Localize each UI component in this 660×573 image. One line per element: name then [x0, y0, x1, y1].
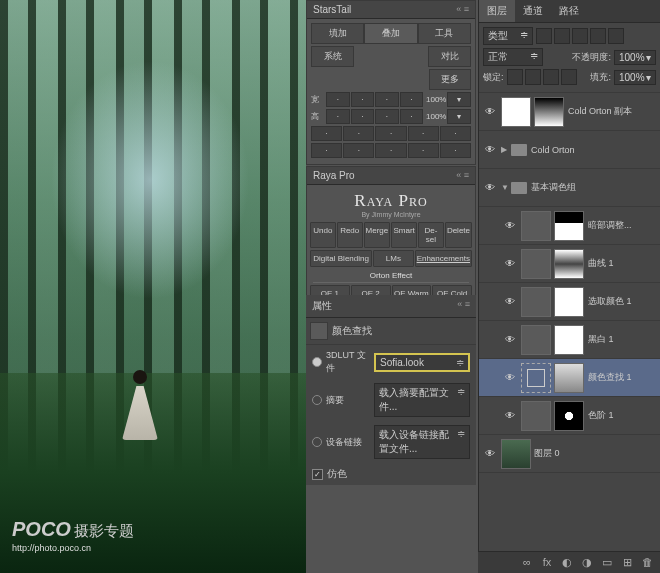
- lock-icon[interactable]: [561, 69, 577, 85]
- tab-paths[interactable]: 路径: [551, 0, 587, 22]
- lut-dropdown[interactable]: Sofia.look≑: [374, 353, 470, 372]
- visibility-icon[interactable]: 👁: [503, 257, 517, 271]
- layer-row[interactable]: 👁黑白 1: [479, 321, 660, 359]
- st-w-dd[interactable]: ▾: [447, 92, 471, 107]
- layer-row[interactable]: 👁选取颜色 1: [479, 283, 660, 321]
- devlink-dropdown[interactable]: 载入设备链接配置文件...≑: [374, 425, 470, 459]
- tab-layers[interactable]: 图层: [479, 0, 515, 22]
- panel-menu-icon[interactable]: « ≡: [456, 4, 469, 15]
- layer-row[interactable]: 👁曲线 1: [479, 245, 660, 283]
- layer-mask[interactable]: [554, 287, 584, 317]
- visibility-icon[interactable]: 👁: [483, 143, 497, 157]
- st-w3[interactable]: ·: [375, 92, 399, 107]
- st-more[interactable]: 更多: [429, 69, 471, 90]
- layer-thumb[interactable]: [521, 249, 551, 279]
- layer-mask[interactable]: [554, 211, 584, 241]
- layer-mask[interactable]: [554, 249, 584, 279]
- st-tab-add[interactable]: 填加: [311, 23, 364, 44]
- panel-menu-icon[interactable]: « ≡: [457, 299, 470, 313]
- visibility-icon[interactable]: 👁: [503, 333, 517, 347]
- lock-icon[interactable]: [543, 69, 559, 85]
- layer-row[interactable]: 👁Cold Orton 副本: [479, 93, 660, 131]
- st-w4[interactable]: ·: [400, 92, 424, 107]
- st-r4-5[interactable]: ·: [440, 143, 471, 158]
- mask-icon[interactable]: ◐: [560, 556, 574, 570]
- visibility-icon[interactable]: 👁: [503, 295, 517, 309]
- layer-row[interactable]: 👁色阶 1: [479, 397, 660, 435]
- st-r4-4[interactable]: ·: [408, 143, 439, 158]
- layer-thumb[interactable]: [521, 325, 551, 355]
- visibility-icon[interactable]: 👁: [483, 105, 497, 119]
- st-r3-1[interactable]: ·: [311, 126, 342, 141]
- group-icon[interactable]: ▭: [600, 556, 614, 570]
- radio-devicelink[interactable]: [312, 437, 322, 447]
- st-tab-compare[interactable]: 对比: [428, 46, 471, 67]
- st-tab-overlay[interactable]: 叠加: [364, 23, 417, 44]
- layer-thumb[interactable]: [521, 401, 551, 431]
- tab-channels[interactable]: 通道: [515, 0, 551, 22]
- st-h3[interactable]: ·: [375, 109, 399, 124]
- filter-icon[interactable]: [554, 28, 570, 44]
- lms-button[interactable]: LMs: [373, 250, 413, 267]
- st-r4-1[interactable]: ·: [311, 143, 342, 158]
- lock-icon[interactable]: [525, 69, 541, 85]
- layer-thumb[interactable]: [521, 363, 551, 393]
- new-layer-icon[interactable]: ⊞: [620, 556, 634, 570]
- layer-row[interactable]: 👁▼基本调色组: [479, 169, 660, 207]
- opacity-field[interactable]: 100%▾: [614, 50, 656, 65]
- undo-button[interactable]: Undo: [310, 222, 336, 248]
- st-r3-4[interactable]: ·: [408, 126, 439, 141]
- layer-thumb[interactable]: [501, 97, 531, 127]
- st-h2[interactable]: ·: [351, 109, 375, 124]
- filter-icon[interactable]: [536, 28, 552, 44]
- filter-kind[interactable]: 类型≑: [483, 27, 533, 45]
- st-r3-3[interactable]: ·: [375, 126, 406, 141]
- visibility-icon[interactable]: 👁: [483, 447, 497, 461]
- trash-icon[interactable]: 🗑: [640, 556, 654, 570]
- dither-checkbox[interactable]: ✓: [312, 469, 323, 480]
- visibility-icon[interactable]: 👁: [503, 219, 517, 233]
- st-h-dd[interactable]: ▾: [447, 109, 471, 124]
- layer-mask[interactable]: [554, 363, 584, 393]
- blend-mode[interactable]: 正常≑: [483, 48, 543, 66]
- disclosure-icon[interactable]: ▶: [501, 145, 511, 154]
- st-tab-sys[interactable]: 系统: [311, 46, 354, 67]
- filter-icon[interactable]: [590, 28, 606, 44]
- layer-thumb[interactable]: [521, 287, 551, 317]
- st-r4-3[interactable]: ·: [375, 143, 406, 158]
- digital-blending-button[interactable]: Digital Blending: [310, 250, 372, 267]
- smart-button[interactable]: Smart: [391, 222, 417, 248]
- radio-3dlut[interactable]: [312, 357, 322, 367]
- layer-thumb[interactable]: [521, 211, 551, 241]
- starstail-header[interactable]: StarsTail« ≡: [307, 1, 475, 19]
- raya-header[interactable]: Raya Pro« ≡: [307, 167, 475, 185]
- layer-row[interactable]: 👁▶Cold Orton: [479, 131, 660, 169]
- layer-mask[interactable]: [554, 325, 584, 355]
- st-w2[interactable]: ·: [351, 92, 375, 107]
- merge-button[interactable]: Merge: [364, 222, 391, 248]
- layer-row[interactable]: 👁颜色查找 1: [479, 359, 660, 397]
- st-r3-5[interactable]: ·: [440, 126, 471, 141]
- lock-icon[interactable]: [507, 69, 523, 85]
- properties-header[interactable]: 属性« ≡: [306, 295, 476, 318]
- layer-mask[interactable]: [534, 97, 564, 127]
- link-icon[interactable]: ∞: [520, 556, 534, 570]
- enhancements-button[interactable]: Enhancements: [415, 250, 472, 267]
- layer-row[interactable]: 👁图层 0: [479, 435, 660, 473]
- visibility-icon[interactable]: 👁: [483, 181, 497, 195]
- layer-mask[interactable]: [554, 401, 584, 431]
- fx-icon[interactable]: fx: [540, 556, 554, 570]
- adjustment-icon[interactable]: ◑: [580, 556, 594, 570]
- st-tab-tools[interactable]: 工具: [418, 23, 471, 44]
- st-w1[interactable]: ·: [326, 92, 350, 107]
- st-r3-2[interactable]: ·: [343, 126, 374, 141]
- filter-icon[interactable]: [572, 28, 588, 44]
- redo-button[interactable]: Redo: [337, 222, 363, 248]
- delete-button[interactable]: Delete: [445, 222, 472, 248]
- panel-menu-icon[interactable]: « ≡: [456, 170, 469, 181]
- layer-thumb[interactable]: [501, 439, 531, 469]
- layer-row[interactable]: 👁暗部调整...: [479, 207, 660, 245]
- fill-field[interactable]: 100%▾: [614, 70, 656, 85]
- st-h4[interactable]: ·: [400, 109, 424, 124]
- abstract-dropdown[interactable]: 载入摘要配置文件...≑: [374, 383, 470, 417]
